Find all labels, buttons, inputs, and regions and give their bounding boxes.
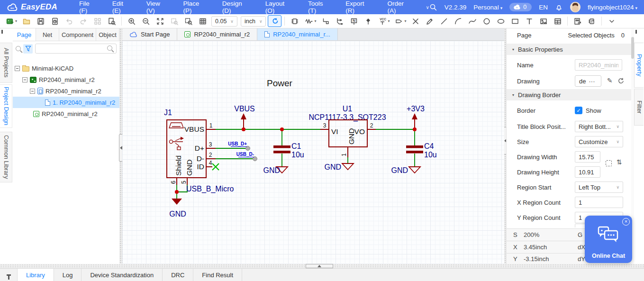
component-c1[interactable]: C1 10u — [273, 142, 304, 159]
menu-export[interactable]: Export (R) — [345, 0, 374, 14]
wire-tool-button[interactable] — [318, 15, 332, 27]
undo-button[interactable] — [62, 15, 76, 27]
zoom-out-button[interactable] — [139, 15, 153, 27]
size-select[interactable]: Customize ∨ — [575, 136, 623, 147]
search-icon[interactable] — [16, 46, 21, 51]
tab-object[interactable]: Object — [96, 28, 119, 41]
new-project-button[interactable] — [3, 15, 17, 27]
component-c4[interactable]: C4 10u — [406, 142, 437, 159]
no-connect-icon[interactable] — [212, 163, 219, 170]
drawing-width-field[interactable] — [575, 151, 600, 163]
doc-tab-pcb[interactable]: RP2040_minimal_r2 — [177, 28, 257, 40]
new-project-caret-icon[interactable]: ▾ — [15, 19, 19, 23]
gnd-label-c1[interactable]: GND — [263, 166, 280, 174]
menu-file[interactable]: File (F) — [79, 0, 99, 14]
power-flag-tool-button[interactable]: VCC — [375, 15, 389, 27]
grid-settings-button[interactable] — [196, 15, 209, 27]
rail-tab-common-library[interactable]: Common Library — [0, 132, 12, 182]
line-tool-button[interactable] — [437, 15, 451, 27]
net-flag-tool-button[interactable] — [361, 15, 375, 27]
bezier-tool-button[interactable] — [465, 15, 479, 27]
doc-tab-schematic[interactable]: RP2040_minimal_r... — [257, 28, 338, 40]
c1-value[interactable]: 10u — [291, 151, 304, 159]
wave-caret-icon[interactable]: ▾ — [314, 19, 318, 23]
text-tool-button[interactable] — [522, 15, 536, 27]
close-icon[interactable]: × — [622, 218, 630, 226]
u1-refdes[interactable]: U1 — [343, 105, 353, 113]
menu-order[interactable]: Order (A) — [387, 0, 413, 14]
net-label-usb-dp[interactable]: USB_D+ — [228, 141, 247, 146]
gnd-label-c4[interactable]: GND — [391, 166, 408, 174]
bottom-tab-library[interactable]: Library — [17, 269, 54, 281]
rail-tab-all-projects[interactable]: All Projects — [0, 43, 12, 83]
bottom-tab-device-standardization[interactable]: Device Standardization — [82, 269, 163, 281]
easyeda-logo[interactable]: EasyEDA — [7, 2, 57, 12]
border-show-checkbox[interactable]: ✓ — [575, 107, 582, 114]
fit-view-button[interactable] — [153, 15, 167, 27]
place-symbol-button[interactable] — [288, 15, 301, 27]
tree-item-board[interactable]: RP2040_minimal_r2 — [13, 74, 119, 85]
pin-icon-wrap[interactable] — [0, 269, 17, 281]
schematic-canvas[interactable]: Power J1 VBUS D+ D- ID Shield GND — [122, 41, 504, 264]
menu-edit[interactable]: Edit (E) — [112, 0, 133, 14]
title-block-select[interactable]: Right Bott... ∨ — [575, 121, 623, 132]
c4-refdes[interactable]: C4 — [424, 142, 434, 150]
redo-button[interactable] — [76, 15, 90, 27]
section-drawing-border[interactable]: ▾ Drawing Border — [507, 89, 631, 100]
circle-tool-button[interactable] — [480, 15, 493, 27]
c4-value[interactable]: 10u — [424, 151, 437, 159]
net-labels[interactable]: USB_D+ USB_D- — [228, 141, 257, 161]
tree-item-schematic[interactable]: RP2040_minimal_r2 — [13, 85, 119, 97]
name-field[interactable] — [575, 59, 622, 71]
menu-design[interactable]: Design (D) — [222, 0, 252, 14]
search-input[interactable] — [35, 44, 117, 54]
user-menu[interactable]: flyingobject1024▾ — [588, 4, 637, 11]
collapse-icon[interactable] — [30, 89, 35, 94]
drawing-button[interactable]: de ··· — [575, 75, 601, 87]
no-connect-tool-button[interactable] — [408, 15, 422, 27]
refresh-icon[interactable] — [617, 77, 624, 86]
zoom-in-button[interactable] — [125, 15, 138, 27]
cloud-sync-badge[interactable]: 0 — [509, 3, 532, 11]
vbus-flag-label[interactable]: VBUS — [234, 105, 255, 113]
tab-component[interactable]: Component — [59, 28, 96, 41]
component-j1[interactable]: J1 VBUS D+ D- ID Shield GND 1 3 2 4 6 5 — [164, 109, 234, 193]
language-selector[interactable]: EN — [539, 4, 548, 11]
power-flag-caret-icon[interactable]: ▾ — [388, 19, 391, 23]
x-region-count-field[interactable] — [575, 197, 623, 208]
j1-refdes[interactable]: J1 — [164, 109, 172, 117]
toolbar-more-button[interactable] — [605, 15, 618, 27]
online-chat-popup[interactable]: × Online Chat — [585, 216, 632, 263]
bottom-tab-find-result[interactable]: Find Result — [193, 269, 242, 281]
net-label-tool-button[interactable]: N — [347, 15, 361, 27]
tab-net[interactable]: Net — [36, 28, 59, 41]
filter-icon[interactable] — [23, 44, 33, 54]
menu-layout[interactable]: Layout (O) — [265, 0, 295, 14]
bottom-tab-drc[interactable]: DRC — [163, 269, 193, 281]
net-port-caret-icon[interactable]: ▾ — [404, 19, 408, 23]
bell-icon[interactable] — [555, 3, 563, 11]
rail-tab-project-design[interactable]: Project Design — [0, 84, 12, 128]
bottom-tab-log[interactable]: Log — [54, 269, 82, 281]
pin-map-button[interactable] — [585, 15, 599, 27]
arc-tool-button[interactable] — [451, 15, 465, 27]
pen-tool-button[interactable] — [423, 15, 436, 27]
doc-tab-start-page[interactable]: Start Page — [122, 28, 177, 40]
p3v3-flag-label[interactable]: +3V3 — [407, 105, 425, 113]
ellipse-tool-button[interactable] — [494, 15, 508, 27]
new-file-button[interactable] — [19, 15, 33, 27]
sheet-tool-button[interactable] — [551, 15, 564, 27]
net-port-tool-button[interactable] — [392, 15, 406, 27]
search-icon[interactable] — [429, 3, 437, 11]
bottom-splitter[interactable] — [0, 264, 644, 268]
workspace-switcher[interactable]: Personal▾ — [473, 4, 502, 11]
net-label-usb-dm[interactable]: USB_D- — [236, 152, 254, 157]
rail-tab-filter[interactable]: Filter — [634, 89, 644, 126]
section-basic-properties[interactable]: ▾ Basic Properties — [507, 44, 631, 55]
menu-more-chevron-icon[interactable]: ∨ — [426, 5, 429, 10]
place-component-wave-button[interactable] — [302, 15, 316, 27]
schematic-title-text[interactable]: Power — [267, 78, 293, 88]
snap-toggle-button[interactable] — [268, 15, 281, 27]
find-similar-button[interactable] — [105, 15, 118, 27]
power-flag-vbus[interactable]: VBUS — [234, 105, 255, 128]
